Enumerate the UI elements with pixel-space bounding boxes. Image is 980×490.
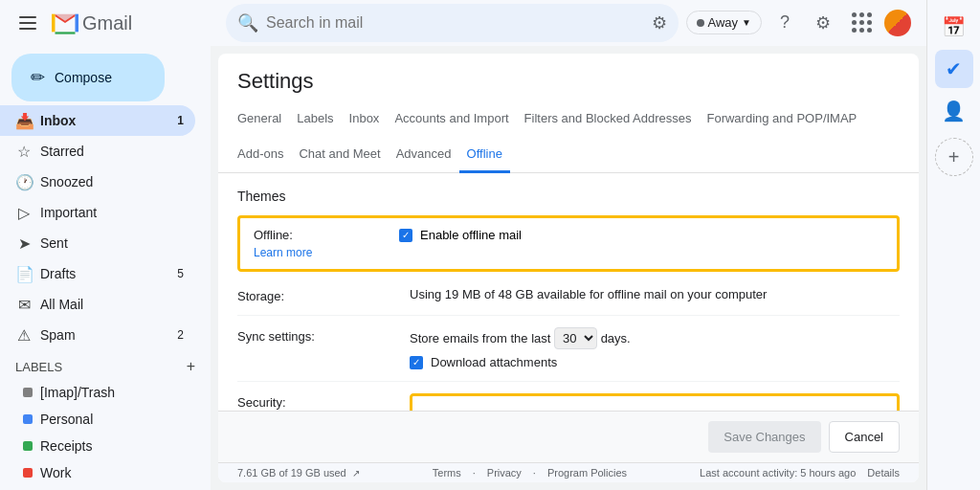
nav-items: 📥 Inbox 1 ☆ Starred 🕐 Snoozed ▷ Importan… [0,105,211,350]
compose-label: Compose [55,70,112,85]
sent-icon: ➤ [15,234,33,253]
security-highlight-box: After logging out of my Google account ⚠… [410,393,900,411]
storage-text: 7.61 GB of 19 GB used [237,467,346,479]
sidebar-item-label: Sent [40,235,184,251]
all-mail-icon: ✉ [15,296,33,314]
last-activity-text: Last account activity: 5 hours ago [700,467,856,479]
label-color-dot [23,441,33,451]
tab-offline[interactable]: Offline [459,137,510,173]
tab-filters[interactable]: Filters and Blocked Addresses [517,101,700,138]
storage-label: Storage: [237,287,390,303]
security-content: After logging out of my Google account ⚠… [410,393,900,411]
label-item-imap-trash[interactable]: [Imap]/Trash [15,379,180,406]
download-attachments-label: Download attachments [431,355,557,369]
learn-more-link[interactable]: Learn more [254,246,388,259]
enable-offline-row: Enable offline mail [399,228,522,242]
sidebar: Gmail ✏ Compose 📥 Inbox 1 ☆ Starred 🕐 Sn… [0,0,211,490]
status-dot-icon [697,19,704,27]
terms-link[interactable]: Terms [433,467,461,479]
sync-label: Sync settings: [237,327,390,344]
sidebar-item-spam[interactable]: ⚠ Spam 2 [0,320,195,350]
save-changes-button[interactable]: Save Changes [708,421,820,453]
label-item-personal[interactable]: Personal [15,406,180,433]
download-attachments-checkbox[interactable] [410,356,423,369]
sidebar-item-label: Drafts [40,266,169,281]
sidebar-item-drafts[interactable]: 📄 Drafts 5 [0,258,195,289]
sidebar-item-label: Inbox [40,113,169,128]
topbar-right: Away ▼ ? ⚙ [686,8,911,38]
tab-general[interactable]: General [230,101,289,138]
tasks-icon[interactable]: ✔ [935,50,973,88]
themes-label: Themes [237,189,900,204]
search-bar[interactable]: 🔍 ⚙ [226,4,679,42]
offline-row-label: Offline: [254,228,293,242]
right-sidebar: 📅 ✔ 👤 + [926,0,980,490]
search-input[interactable] [266,14,644,32]
last-activity: Last account activity: 5 hours ago Detai… [700,467,900,479]
grid-dots [852,12,872,33]
sidebar-item-label: Starred [40,144,184,159]
hamburger-menu-icon[interactable] [15,12,40,33]
drafts-count: 5 [177,267,184,280]
sidebar-item-label: Spam [40,327,169,343]
footer-separator1: · [473,467,476,479]
settings-body: Themes Offline: Learn more Enable offlin… [218,173,919,411]
footer-separator2: · [533,467,536,479]
security-row: Security: After logging out of my Google… [237,382,900,411]
add-label-button[interactable]: + [187,358,195,375]
program-policies-link[interactable]: Program Policies [547,467,627,479]
label-name: Receipts [40,438,92,454]
tab-forwarding[interactable]: Forwarding and POP/IMAP [699,101,864,138]
tab-accounts[interactable]: Accounts and Import [387,101,516,138]
sidebar-item-label: All Mail [40,297,184,312]
sidebar-item-important[interactable]: ▷ Important [0,197,195,228]
tab-chat[interactable]: Chat and Meet [291,137,388,173]
sidebar-item-starred[interactable]: ☆ Starred [0,136,195,167]
cancel-button[interactable]: Cancel [829,421,900,453]
status-chevron-icon: ▼ [742,17,751,28]
storage-usage: 7.61 GB of 19 GB used ↗ [237,467,360,479]
settings-title: Settings [218,54,919,94]
settings-footer: Save Changes Cancel [218,411,919,462]
labels-section: LABELS + [Imap]/Trash Personal Receipts … [0,350,211,490]
important-icon: ▷ [15,204,33,222]
snoozed-icon: 🕐 [15,173,33,191]
tab-inbox[interactable]: Inbox [342,101,388,138]
status-badge[interactable]: Away ▼ [686,11,762,34]
label-color-dot [23,388,33,397]
labels-title: LABELS [15,360,62,374]
settings-icon[interactable]: ⚙ [808,8,838,38]
status-label: Away [708,15,739,30]
sidebar-item-all-mail[interactable]: ✉ All Mail [0,289,195,320]
avatar[interactable] [884,10,911,36]
tab-addons[interactable]: Add-ons [230,137,291,173]
sync-days-select[interactable]: 30 7 14 60 90 [554,327,597,349]
sidebar-item-inbox[interactable]: 📥 Inbox 1 [0,105,195,136]
label-name: Personal [40,412,93,427]
tab-labels[interactable]: Labels [289,101,341,138]
enable-offline-checkbox[interactable] [399,229,412,242]
apps-grid-icon[interactable] [846,8,877,38]
label-name: Work [40,465,71,480]
external-link-icon[interactable]: ↗ [352,468,360,479]
sidebar-item-sent[interactable]: ➤ Sent [0,228,195,258]
tab-advanced[interactable]: Advanced [389,137,459,173]
spam-icon: ⚠ [15,326,33,345]
privacy-link[interactable]: Privacy [487,467,522,479]
contacts-icon[interactable]: 👤 [935,92,973,130]
label-item-work[interactable]: Work [15,459,180,486]
search-filter-icon[interactable]: ⚙ [652,12,667,33]
sync-row: Sync settings: Store emails from the las… [237,316,900,382]
security-label: Security: [237,393,390,410]
drafts-icon: 📄 [15,265,33,283]
sidebar-item-snoozed[interactable]: 🕐 Snoozed [0,167,195,197]
label-item-receipts[interactable]: Receipts [15,433,180,459]
compose-button[interactable]: ✏ Compose [11,54,165,101]
settings-tabs: General Labels Inbox Accounts and Import… [218,101,919,173]
calendar-icon[interactable]: 📅 [935,8,973,46]
storage-value: Using 19 MB of 48 GB available for offli… [410,287,900,301]
add-app-button[interactable]: + [935,138,973,176]
labels-header: LABELS + [15,358,195,375]
details-link[interactable]: Details [867,467,900,479]
help-icon[interactable]: ? [769,8,800,38]
